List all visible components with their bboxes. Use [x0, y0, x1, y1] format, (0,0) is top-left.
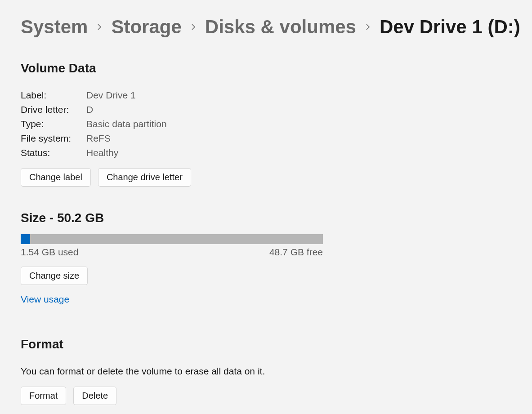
breadcrumb: System Storage Disks & volumes Dev Drive…: [21, 16, 532, 38]
change-size-button[interactable]: Change size: [21, 267, 88, 285]
size-progress-bar: [21, 234, 323, 244]
breadcrumb-current: Dev Drive 1 (D:): [380, 16, 520, 38]
chevron-right-icon: [364, 23, 371, 31]
status-value: Healthy: [86, 147, 532, 158]
usage-row: 1.54 GB used 48.7 GB free: [21, 247, 323, 258]
view-usage-link[interactable]: View usage: [21, 294, 69, 305]
delete-button[interactable]: Delete: [73, 387, 116, 405]
breadcrumb-system[interactable]: System: [21, 16, 88, 38]
size-section: Size - 50.2 GB 1.54 GB used 48.7 GB free…: [21, 211, 532, 305]
size-heading: Size - 50.2 GB: [21, 211, 532, 225]
size-buttons: Change size: [21, 267, 532, 285]
chevron-right-icon: [190, 23, 197, 31]
free-text: 48.7 GB free: [269, 247, 323, 258]
drive-letter-key: Drive letter:: [21, 104, 86, 115]
status-key: Status:: [21, 147, 86, 158]
label-value: Dev Drive 1: [86, 90, 532, 101]
volume-data-title: Volume Data: [21, 61, 532, 76]
format-section: Format You can format or delete the volu…: [21, 337, 532, 405]
volume-data-buttons: Change label Change drive letter: [21, 168, 532, 187]
format-description: You can format or delete the volume to e…: [21, 366, 532, 377]
change-drive-letter-button[interactable]: Change drive letter: [98, 168, 191, 187]
size-progress-fill: [21, 234, 30, 244]
type-value: Basic data partition: [86, 119, 532, 129]
format-buttons: Format Delete: [21, 387, 532, 405]
breadcrumb-storage[interactable]: Storage: [111, 16, 181, 38]
filesystem-value: ReFS: [86, 133, 532, 144]
format-title: Format: [21, 337, 532, 352]
drive-letter-value: D: [86, 104, 532, 115]
used-text: 1.54 GB used: [21, 247, 78, 258]
chevron-right-icon: [96, 23, 103, 31]
breadcrumb-disks-volumes[interactable]: Disks & volumes: [205, 16, 356, 38]
label-key: Label:: [21, 90, 86, 101]
format-button[interactable]: Format: [21, 387, 66, 405]
volume-data-grid: Label: Dev Drive 1 Drive letter: D Type:…: [21, 90, 532, 158]
type-key: Type:: [21, 119, 86, 129]
filesystem-key: File system:: [21, 133, 86, 144]
change-label-button[interactable]: Change label: [21, 168, 91, 187]
